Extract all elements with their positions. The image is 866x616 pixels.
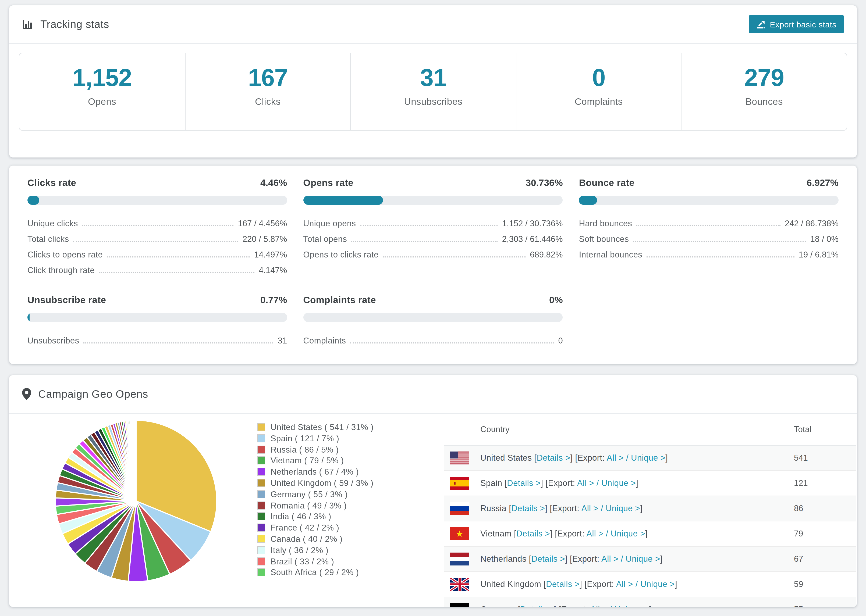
separator: /: [594, 478, 601, 487]
export-all-link[interactable]: All >: [607, 453, 624, 462]
rate-title: Clicks rate: [27, 178, 76, 189]
details-link[interactable]: Details >: [520, 605, 554, 607]
details-link[interactable]: Details >: [507, 478, 540, 487]
pie-slice-other: [136, 420, 136, 501]
flag-vn-icon: [450, 527, 469, 540]
rate-row-label: Click through rate: [27, 266, 94, 275]
rate-row: Unsubscribes 31: [27, 330, 287, 346]
table-row-united-kingdom: United Kingdom [Details >] [Export: All …: [444, 572, 856, 597]
rate-row-label: Unique clicks: [27, 219, 78, 228]
country-total: 121: [794, 478, 808, 488]
rate-rows: Unsubscribes 31: [27, 330, 287, 346]
flag-nl-icon: [450, 553, 469, 566]
progress-track: [303, 313, 563, 322]
export-unique-link[interactable]: Unique >: [601, 478, 636, 487]
rate-row-label: Opens to clicks rate: [303, 250, 378, 259]
rate-row: Click through rate 4.147%: [27, 259, 287, 275]
table-body: United States [Details >] [Export: All >…: [444, 446, 856, 607]
export-icon: [756, 20, 765, 29]
bracket: ]: [649, 605, 651, 607]
legend-swatch: [257, 546, 265, 554]
bracket: [: [509, 504, 511, 513]
table-row-vietnam: Vietnam [Details >] [Export: All > / Uni…: [444, 522, 856, 547]
export-basic-stats-button[interactable]: Export basic stats: [749, 15, 844, 33]
export-unique-link[interactable]: Unique >: [625, 554, 660, 563]
bracket: ] [Export:: [545, 504, 581, 513]
details-link[interactable]: Details >: [537, 453, 570, 462]
legend-item-united-kingdom: United Kingdom ( 59 / 3% ): [257, 478, 373, 490]
rate-block-opens-rate: Opens rate 30.736% Unique opens 1,152 / …: [303, 178, 563, 275]
legend-label: United Kingdom ( 59 / 3% ): [271, 478, 373, 488]
flag-de-icon: [450, 603, 469, 607]
table-row-russia: Russia [Details >] [Export: All > / Uniq…: [444, 496, 856, 522]
rate-row: Internal bounces 19 / 6.81%: [579, 244, 839, 259]
stat-label: Unsubscribes: [404, 96, 463, 107]
bar-chart-icon: [22, 19, 33, 30]
table-row-spain: Spain [Details >] [Export: All > / Uniqu…: [444, 471, 856, 496]
bracket: ]: [675, 580, 677, 589]
export-all-link[interactable]: All >: [601, 554, 618, 563]
legend-label: Spain ( 121 / 7% ): [271, 434, 339, 443]
rates-card: Clicks rate 4.46% Unique clicks 167 / 4.…: [9, 165, 857, 364]
legend-item-spain: Spain ( 121 / 7% ): [257, 434, 373, 445]
bracket: ]: [645, 529, 648, 538]
stat-label: Complaints: [575, 96, 623, 107]
country-name: Vietnam: [480, 529, 514, 538]
details-link[interactable]: Details >: [531, 554, 565, 563]
rate-row-value: 167 / 4.456%: [238, 219, 287, 228]
rate-row: Clicks to opens rate 14.497%: [27, 244, 287, 259]
export-unique-link[interactable]: Unique >: [611, 529, 645, 538]
legend-swatch: [257, 501, 265, 509]
country-total: 79: [794, 529, 803, 539]
export-unique-link[interactable]: Unique >: [640, 580, 675, 589]
progress-fill: [27, 196, 39, 205]
legend-label: India ( 46 / 3% ): [271, 512, 331, 522]
flag-ru-icon: [450, 502, 469, 515]
geo-opens-pie-chart: [52, 417, 220, 585]
rate-rows: Complaints 0: [303, 330, 563, 346]
legend-swatch: [257, 479, 265, 487]
stat-bounces: 279 Bounces: [681, 53, 847, 130]
rate-row-label: Soft bounces: [579, 234, 629, 244]
flag-gb-icon: [450, 578, 469, 591]
rate-row: Total clicks 220 / 5.87%: [27, 228, 287, 244]
details-link[interactable]: Details >: [511, 504, 545, 513]
country-total: 541: [794, 453, 808, 463]
export-all-link[interactable]: All >: [581, 504, 598, 513]
legend-item-france: France ( 42 / 2% ): [257, 523, 373, 534]
export-all-link[interactable]: All >: [587, 529, 603, 538]
rate-row-value: 2,303 / 61.446%: [502, 234, 563, 244]
rate-row: Soft bounces 18 / 0%: [579, 228, 839, 244]
rate-row: Complaints 0: [303, 330, 563, 346]
rate-row: Opens to clicks rate 689.82%: [303, 244, 563, 259]
rate-block-header: Opens rate 30.736%: [303, 178, 563, 189]
stat-label: Clicks: [255, 96, 281, 107]
rate-row-value: 31: [278, 336, 287, 346]
rate-row: Unique clicks 167 / 4.456%: [27, 213, 287, 228]
legend-label: Netherlands ( 67 / 4% ): [271, 467, 359, 477]
export-unique-link[interactable]: Unique >: [631, 453, 665, 462]
export-unique-link[interactable]: Unique >: [614, 605, 649, 607]
export-all-link[interactable]: All >: [616, 580, 633, 589]
details-link[interactable]: Details >: [546, 580, 579, 589]
dashboard: Tracking stats Export basic stats 1,152 …: [0, 0, 866, 616]
stat-complaints: 0 Complaints: [516, 53, 681, 130]
stat-value: 279: [745, 64, 784, 92]
export-all-link[interactable]: All >: [590, 605, 607, 607]
bracket: ]: [660, 554, 663, 563]
rate-row-value: 19 / 6.81%: [799, 250, 839, 259]
country-name: Netherlands: [480, 554, 529, 563]
rate-row: Hard bounces 242 / 86.738%: [579, 213, 839, 228]
legend-swatch: [257, 445, 265, 453]
legend-swatch: [257, 512, 265, 520]
rate-row-value: 1,152 / 30.736%: [502, 219, 563, 228]
bracket: ] [Export:: [579, 580, 616, 589]
column-header-country: Country: [480, 425, 510, 434]
export-all-link[interactable]: All >: [577, 478, 594, 487]
rate-block-complaints-rate: Complaints rate 0% Complaints 0: [303, 295, 563, 346]
pie-legend: United States ( 541 / 31% ) Spain ( 121 …: [257, 423, 373, 579]
flag-es-icon: [450, 477, 469, 490]
location-pin-icon: [22, 388, 31, 400]
export-unique-link[interactable]: Unique >: [606, 504, 640, 513]
details-link[interactable]: Details >: [516, 529, 550, 538]
